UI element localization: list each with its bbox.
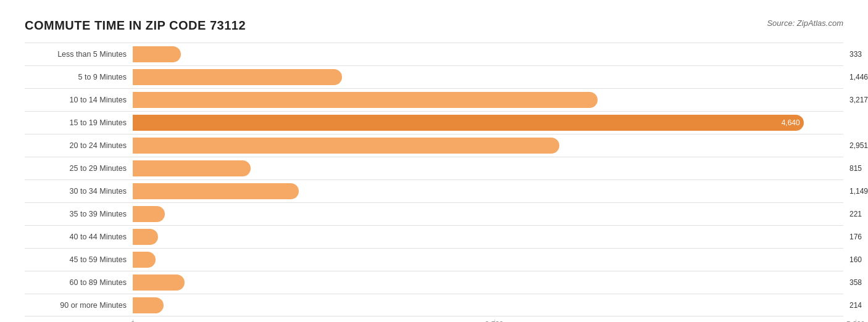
bar-value: 3,217 [849, 96, 868, 104]
bar-fill [133, 297, 164, 313]
bar-fill: 4,640 [133, 115, 804, 131]
bar-label: Less than 5 Minutes [25, 50, 133, 59]
bar-row: 30 to 34 Minutes1,149 [25, 180, 843, 202]
bar-row: 5 to 9 Minutes1,446 [25, 65, 843, 88]
bar-fill [133, 46, 181, 62]
bar-value: 176 [849, 233, 862, 241]
bar-value: 1,149 [849, 187, 868, 196]
bar-area: 2,951 [133, 134, 843, 157]
bar-area: 221 [133, 203, 843, 225]
bar-fill [133, 92, 598, 108]
bar-area: 4,640 [133, 112, 843, 134]
bar-fill [133, 183, 299, 199]
bar-row: 10 to 14 Minutes3,217 [25, 88, 843, 111]
bar-label: 20 to 24 Minutes [25, 141, 133, 150]
bar-fill [133, 138, 559, 154]
bar-area: 214 [133, 294, 843, 316]
bar-value: 1,446 [849, 73, 868, 81]
chart-source: Source: ZipAtlas.com [767, 19, 843, 28]
bar-row: 35 to 39 Minutes221 [25, 202, 843, 225]
bar-row: 60 to 89 Minutes358 [25, 271, 843, 294]
bar-label: 40 to 44 Minutes [25, 233, 133, 241]
bar-fill [133, 69, 342, 85]
bar-fill [133, 206, 165, 222]
bar-fill [133, 275, 185, 291]
bar-label: 60 to 89 Minutes [25, 278, 133, 287]
bar-row: 15 to 19 Minutes4,640 [25, 111, 843, 134]
bar-row: 20 to 24 Minutes2,951 [25, 134, 843, 157]
bar-fill [133, 160, 251, 176]
bar-value: 815 [849, 164, 862, 173]
bar-value: 333 [849, 50, 862, 59]
chart-container: COMMUTE TIME IN ZIP CODE 73112 Source: Z… [12, 12, 856, 322]
chart-body: Less than 5 Minutes3335 to 9 Minutes1,44… [25, 43, 843, 316]
bar-fill [133, 229, 158, 245]
bar-value: 358 [849, 278, 862, 287]
bar-area: 160 [133, 249, 843, 271]
bar-value: 2,951 [849, 141, 868, 150]
bar-value: 4,640 [782, 118, 800, 127]
bar-label: 5 to 9 Minutes [25, 73, 133, 81]
bar-area: 1,149 [133, 180, 843, 202]
bar-fill [133, 252, 156, 268]
bar-label: 30 to 34 Minutes [25, 187, 133, 196]
bar-area: 1,446 [133, 66, 843, 88]
bar-value: 221 [849, 210, 862, 218]
bar-row: Less than 5 Minutes333 [25, 43, 843, 65]
bar-area: 176 [133, 226, 843, 248]
bar-area: 3,217 [133, 89, 843, 111]
bar-label: 25 to 29 Minutes [25, 164, 133, 173]
bar-row: 45 to 59 Minutes160 [25, 248, 843, 271]
bar-value: 160 [849, 255, 862, 264]
bar-area: 358 [133, 271, 843, 294]
bar-area: 333 [133, 43, 843, 65]
bar-row: 40 to 44 Minutes176 [25, 225, 843, 248]
bar-label: 15 to 19 Minutes [25, 118, 133, 127]
chart-title: COMMUTE TIME IN ZIP CODE 73112 [25, 19, 246, 33]
bar-label: 35 to 39 Minutes [25, 210, 133, 218]
bar-area: 815 [133, 157, 843, 180]
bar-row: 25 to 29 Minutes815 [25, 157, 843, 180]
bar-value: 214 [849, 301, 862, 310]
bar-label: 10 to 14 Minutes [25, 96, 133, 104]
bar-row: 90 or more Minutes214 [25, 294, 843, 316]
chart-header: COMMUTE TIME IN ZIP CODE 73112 Source: Z… [25, 19, 843, 33]
bar-label: 45 to 59 Minutes [25, 255, 133, 264]
bar-label: 90 or more Minutes [25, 301, 133, 310]
